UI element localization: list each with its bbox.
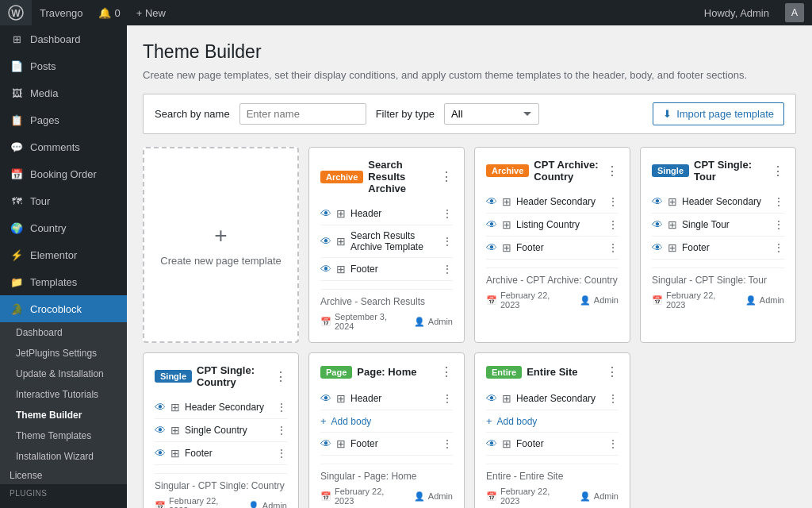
eye-icon: 👁 <box>652 241 663 254</box>
card-header: Entire Entire Site ⋮ <box>486 364 619 379</box>
card-search-results-archive[interactable]: Archive Search Results Archive ⋮ 👁 ⊞ Hea… <box>308 147 465 343</box>
import-button[interactable]: ⬇ Import page template <box>653 102 784 125</box>
create-label: Create new page template <box>160 255 281 267</box>
item-name: Header <box>350 208 437 219</box>
template-item: 👁 ⊞ Listing Country ⋮ <box>486 214 619 237</box>
item-menu-icon[interactable]: ⋮ <box>607 195 619 208</box>
sidebar-item-elementor[interactable]: ⚡ Elementor <box>0 241 127 268</box>
sidebar-item-jetengine[interactable]: ⚙ JetEngine <box>0 499 127 508</box>
sidebar-label-templates: Templates <box>30 276 77 288</box>
item-menu-icon[interactable]: ⋮ <box>607 437 619 450</box>
filter-select[interactable]: All Single Archive Page Entire Site <box>444 103 539 125</box>
sidebar-item-country[interactable]: 🌍 Country <box>0 214 127 241</box>
admin-avatar[interactable]: A <box>777 3 812 22</box>
sub-installation-label: Installation Wizard <box>16 451 94 462</box>
sub-theme-templates-label: Theme Templates <box>16 430 91 441</box>
item-name: Add body <box>497 416 619 427</box>
license-link[interactable]: License <box>0 467 127 484</box>
card-condition: Singular - Page: Home <box>320 471 453 482</box>
author-icon: 👤 <box>414 491 425 502</box>
item-menu-icon[interactable]: ⋮ <box>773 195 784 208</box>
template-item: 👁 ⊞ Footer ⋮ <box>486 237 619 260</box>
sidebar-sub-theme-templates[interactable]: Theme Templates <box>0 425 127 446</box>
template-item: 👁 ⊞ Header Secondary ⋮ <box>155 396 287 419</box>
card-condition: Singular - CPT Single: Country <box>155 480 287 491</box>
wp-icon: W <box>8 5 24 21</box>
item-menu-icon[interactable]: ⋮ <box>773 241 784 254</box>
item-name: Footer <box>350 264 437 275</box>
grid-icon: ⊞ <box>336 235 346 248</box>
date-text: September 3, 2024 <box>335 312 406 331</box>
eye-icon: 👁 <box>320 392 331 405</box>
card-date: 📅 February 22, 2023 <box>486 291 572 310</box>
calendar-icon: 📅 <box>486 491 497 502</box>
sidebar-label-tour: Tour <box>30 195 50 207</box>
wp-logo-item[interactable]: W <box>0 0 32 25</box>
card-menu-icon[interactable]: ⋮ <box>606 364 619 379</box>
sidebar-sub-theme-builder[interactable]: Theme Builder <box>0 405 127 425</box>
card-menu-icon[interactable]: ⋮ <box>606 164 619 179</box>
sidebar-sub-update[interactable]: Update & Installation <box>0 364 127 384</box>
create-template-card[interactable]: + Create new page template <box>143 147 299 343</box>
card-footer: Singular - CPT Single: Tour 📅 February 2… <box>652 267 784 310</box>
sidebar-sub-interactive[interactable]: Interactive Tutorials <box>0 384 127 405</box>
card-footer: Archive - Search Results 📅 September 3, … <box>320 289 453 331</box>
template-item: 👁 ⊞ Header ⋮ <box>320 202 453 225</box>
sidebar-item-posts[interactable]: 📄 Posts <box>0 52 127 79</box>
notif-item[interactable]: 🔔 0 <box>90 0 128 25</box>
author-text: Admin <box>262 501 287 508</box>
item-menu-icon[interactable]: ⋮ <box>442 263 453 275</box>
date-text: February 22, 2023 <box>500 291 572 310</box>
sidebar-item-booking[interactable]: 📅 Booking Order <box>0 160 127 187</box>
card-date: 📅 February 22, 2023 <box>652 291 737 310</box>
sidebar-sub-installation[interactable]: Installation Wizard <box>0 446 127 467</box>
card-cpt-single-tour[interactable]: Single CPT Single: Tour ⋮ 👁 ⊞ Header Sec… <box>640 147 796 343</box>
item-menu-icon[interactable]: ⋮ <box>276 401 287 414</box>
sidebar-item-media[interactable]: 🖼 Media <box>0 79 127 106</box>
card-menu-icon[interactable]: ⋮ <box>772 164 784 179</box>
item-menu-icon[interactable]: ⋮ <box>442 207 453 220</box>
sidebar-label-dashboard: Dashboard <box>30 33 81 45</box>
sidebar-sub-section: Dashboard JetPlugins Settings Update & I… <box>0 322 127 484</box>
sidebar-item-crocoblock[interactable]: 🐊 Crocoblock <box>0 295 127 322</box>
item-menu-icon[interactable]: ⋮ <box>607 392 619 405</box>
card-menu-icon[interactable]: ⋮ <box>440 169 453 184</box>
sidebar-sub-jetplugins[interactable]: JetPlugins Settings <box>0 343 127 364</box>
sidebar-item-tour[interactable]: 🗺 Tour <box>0 187 127 214</box>
card-menu-icon[interactable]: ⋮ <box>274 369 287 384</box>
notif-count: 0 <box>114 7 120 19</box>
eye-icon: 👁 <box>486 195 497 208</box>
card-meta: 📅 February 22, 2023 👤 Admin <box>486 291 619 310</box>
site-name-item[interactable]: Travengo <box>32 0 90 25</box>
item-menu-icon[interactable]: ⋮ <box>442 437 453 450</box>
item-menu-icon[interactable]: ⋮ <box>276 424 287 437</box>
item-name: Header Secondary <box>516 196 603 207</box>
eye-icon: 👁 <box>320 437 331 450</box>
card-cpt-archive-country[interactable]: Archive CPT Archive: Country ⋮ 👁 ⊞ Heade… <box>474 147 630 343</box>
item-menu-icon[interactable]: ⋮ <box>607 218 619 231</box>
sidebar-item-dashboard[interactable]: ⊞ Dashboard <box>0 25 127 52</box>
sidebar-item-templates[interactable]: 📁 Templates <box>0 268 127 295</box>
item-menu-icon[interactable]: ⋮ <box>442 392 453 405</box>
card-cpt-single-country[interactable]: Single CPT Single: Country ⋮ 👁 ⊞ Header … <box>143 352 299 508</box>
card-page-home[interactable]: Page Page: Home ⋮ 👁 ⊞ Header ⋮ + Add bod… <box>308 352 465 508</box>
sidebar-item-pages[interactable]: 📋 Pages <box>0 106 127 133</box>
card-entire-site[interactable]: Entire Entire Site ⋮ 👁 ⊞ Header Secondar… <box>474 352 630 508</box>
item-menu-icon[interactable]: ⋮ <box>773 218 784 231</box>
plus-icon: + <box>214 223 227 248</box>
card-menu-icon[interactable]: ⋮ <box>440 364 453 379</box>
card-title: CPT Archive: Country <box>534 159 601 183</box>
item-name: Footer <box>185 448 271 459</box>
card-title: CPT Single: Tour <box>694 159 767 183</box>
badge-entire: Entire <box>486 366 522 379</box>
template-item: 👁 ⊞ Header Secondary ⋮ <box>486 387 619 410</box>
new-item[interactable]: + New <box>128 0 174 25</box>
search-input[interactable] <box>239 103 366 125</box>
tour-icon: 🗺 <box>10 194 24 208</box>
item-menu-icon[interactable]: ⋮ <box>276 447 287 460</box>
sidebar-sub-dashboard[interactable]: Dashboard <box>0 322 127 343</box>
item-menu-icon[interactable]: ⋮ <box>442 235 453 248</box>
item-menu-icon[interactable]: ⋮ <box>607 241 619 254</box>
item-name: Search Results Archive Template <box>350 230 437 252</box>
sidebar-item-comments[interactable]: 💬 Comments <box>0 133 127 160</box>
